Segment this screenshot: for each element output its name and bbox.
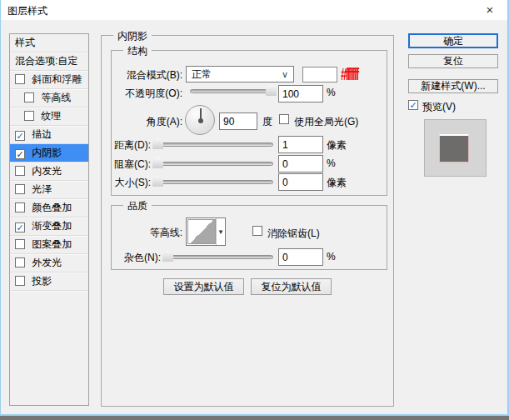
choke-label: 阻塞(C):	[109, 158, 151, 172]
sidebar-item-label: 投影	[32, 275, 52, 287]
new-style-button[interactable]: 新建样式(W)...	[408, 79, 498, 93]
style-checkbox[interactable]	[15, 276, 25, 286]
preview-label: 预览(V)	[422, 100, 456, 114]
reset-button[interactable]: 复位	[408, 54, 498, 68]
style-checkbox[interactable]: ✓	[15, 222, 25, 232]
angle-label: 角度(A):	[109, 115, 182, 129]
angle-dial[interactable]	[185, 105, 215, 135]
style-checkbox[interactable]: ✓	[15, 131, 25, 141]
style-preview-swatch	[424, 119, 487, 177]
blend-mode-value: 正常	[192, 68, 212, 80]
opacity-unit: %	[327, 87, 336, 98]
noise-input[interactable]	[278, 248, 323, 266]
style-preview-inner-square	[439, 134, 469, 162]
global-light-checkbox[interactable]	[279, 114, 289, 124]
sidebar-item-6[interactable]: ✓ 内阴影	[10, 144, 88, 162]
opacity-slider-track[interactable]	[190, 89, 277, 93]
sidebar-item-12[interactable]: 外发光	[10, 254, 88, 272]
set-default-button[interactable]: 设置为默认值	[163, 278, 244, 295]
antialias-label: 消除锯齿(L)	[267, 227, 320, 241]
structure-group-title: 结构	[123, 44, 152, 58]
choke-unit: %	[327, 158, 336, 169]
sidebar-item-1[interactable]: 混合选项:自定	[10, 52, 88, 71]
sidebar-item-10[interactable]: ✓ 渐变叠加	[10, 218, 88, 236]
sidebar-item-11[interactable]: 图案叠加	[10, 236, 88, 254]
sidebar-item-5[interactable]: ✓ 描边	[10, 126, 88, 144]
sidebar-item-7[interactable]: 内发光	[10, 162, 88, 181]
quality-group-title: 品质	[123, 199, 152, 213]
style-checkbox[interactable]	[15, 239, 25, 249]
style-checkbox[interactable]	[15, 74, 25, 84]
angle-unit: 度	[262, 115, 272, 129]
shadow-color-swatch[interactable]	[302, 67, 337, 82]
sidebar-item-4[interactable]: 纹理	[10, 108, 88, 126]
color-hex-annotation: #ffffff	[341, 64, 357, 84]
sidebar-item-label: 外发光	[32, 257, 62, 268]
contour-thumbnail[interactable]	[187, 219, 216, 244]
distance-slider-track[interactable]	[154, 142, 273, 147]
sidebar-item-label: 图案叠加	[32, 238, 72, 250]
sidebar-item-label: 样式	[15, 37, 35, 48]
preview-checkbox[interactable]: ✓	[408, 100, 418, 110]
style-checkbox[interactable]	[24, 92, 34, 102]
noise-unit: %	[327, 251, 336, 262]
noise-label: 杂色(N):	[109, 251, 161, 265]
style-list: 样式 混合选项:自定 斜面和浮雕 等高线 纹理 ✓	[9, 33, 89, 406]
style-checkbox[interactable]	[15, 202, 25, 212]
sidebar-item-label: 颜色叠加	[32, 202, 72, 213]
style-checkbox[interactable]	[24, 111, 34, 121]
sidebar-item-label: 渐变叠加	[32, 220, 72, 232]
distance-input[interactable]	[278, 136, 323, 153]
angle-hub	[198, 118, 203, 123]
dialog-titlebar[interactable]: 图层样式 ×	[1, 0, 507, 20]
dialog-title: 图层样式	[7, 4, 47, 18]
sidebar-item-label: 内发光	[32, 165, 62, 177]
sidebar-item-2[interactable]: 斜面和浮雕	[10, 71, 88, 89]
size-label: 大小(S):	[109, 176, 151, 190]
distance-label: 距离(D):	[109, 138, 151, 152]
sidebar-item-3[interactable]: 等高线	[10, 89, 88, 108]
ok-button[interactable]: 确定	[408, 33, 498, 48]
close-icon[interactable]: ×	[479, 2, 501, 18]
panel-title: 内阴影	[113, 29, 152, 43]
sidebar-item-9[interactable]: 颜色叠加	[10, 199, 88, 218]
sidebar-item-label: 内阴影	[32, 147, 62, 158]
opacity-label: 不透明度(O):	[109, 87, 182, 101]
contour-picker[interactable]: ▾	[186, 218, 226, 246]
opacity-input[interactable]	[278, 85, 323, 102]
noise-slider-track[interactable]	[164, 255, 273, 259]
angle-input[interactable]	[219, 112, 257, 130]
sidebar-item-0[interactable]: 样式	[10, 34, 88, 52]
sidebar-item-8[interactable]: 光泽	[10, 181, 88, 199]
size-input[interactable]	[278, 173, 323, 191]
layer-style-dialog: 图层样式 × 样式 混合选项:自定 斜面和浮雕 等高线	[0, 0, 509, 416]
sidebar-item-label: 等高线	[41, 92, 71, 103]
sidebar-item-label: 光泽	[32, 183, 52, 195]
antialias-checkbox[interactable]	[252, 226, 262, 236]
style-checkbox[interactable]	[15, 258, 25, 268]
global-light-label: 使用全局光(G)	[294, 115, 358, 129]
contour-label: 等高线:	[109, 226, 182, 240]
size-slider-track[interactable]	[154, 180, 273, 184]
chevron-down-icon: ∨	[282, 67, 288, 82]
blend-mode-label: 混合模式(B):	[109, 68, 182, 82]
choke-slider-track[interactable]	[154, 162, 273, 166]
sidebar-item-label: 混合选项:自定	[15, 55, 77, 67]
style-checkbox[interactable]: ✓	[15, 149, 25, 159]
reset-default-button[interactable]: 复位为默认值	[251, 278, 332, 295]
sidebar-item-13[interactable]: 投影	[10, 272, 88, 291]
sidebar-item-label: 斜面和浮雕	[32, 73, 82, 85]
sidebar-item-label: 纹理	[41, 110, 61, 122]
dropdown-arrow-icon[interactable]: ▾	[216, 218, 225, 245]
sidebar-item-label: 描边	[32, 128, 52, 140]
style-checkbox[interactable]	[15, 184, 25, 194]
blend-mode-select[interactable]: 正常 ∨	[186, 66, 294, 82]
choke-input[interactable]	[278, 155, 323, 172]
style-checkbox[interactable]	[15, 166, 25, 176]
size-unit: 像素	[327, 176, 347, 190]
screen: 图层样式 × 样式 混合选项:自定 斜面和浮雕 等高线	[0, 0, 509, 420]
distance-unit: 像素	[327, 138, 347, 152]
